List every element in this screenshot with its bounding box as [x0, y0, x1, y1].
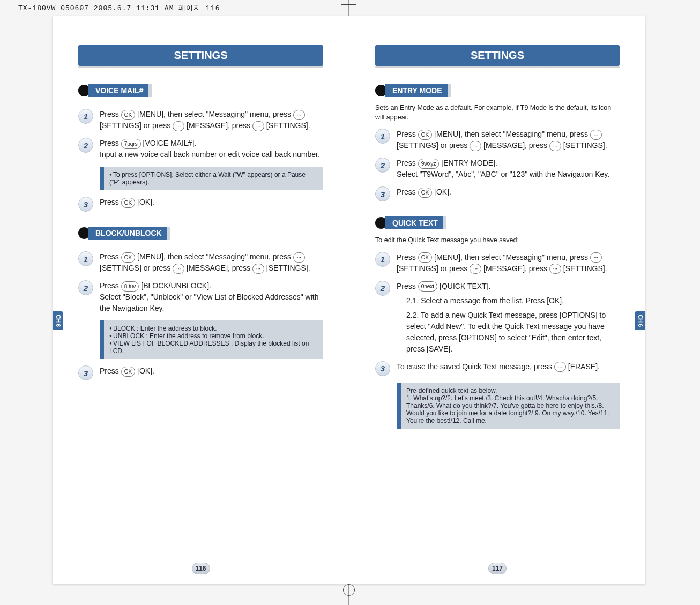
print-header: TX-180VW_050607 2005.6.7 11:31 AM 페이지 11… [18, 3, 220, 13]
note-text: To press [OPTIONS]. Select either a Wait… [109, 171, 318, 186]
qt-step-3: 3 To erase the saved Quick Text message,… [375, 361, 620, 376]
step-number-icon: 3 [78, 365, 93, 380]
soft-key-icon: ··· [549, 141, 561, 151]
section-voice-mail: VOICE MAIL# [78, 84, 150, 97]
step-text: Press OK [MENU], then select "Messaging"… [100, 109, 323, 131]
bu-step-2: 2 Press 8 tuv [BLOCK/UNBLOCK]. Select "B… [78, 280, 323, 314]
step-number-icon: 3 [78, 197, 93, 212]
ok-key-icon: OK [121, 252, 135, 263]
registration-circle-icon [343, 584, 355, 596]
crop-mark-top [349, 0, 349, 16]
book-spread: CH 6 SETTINGS VOICE MAIL# 1 Press OK [ME… [53, 16, 645, 584]
bu-step-1: 1 Press OK [MENU], then select "Messagin… [78, 251, 323, 274]
soft-key-icon: ··· [173, 264, 184, 274]
step-text: Press OK [MENU], then select "Messaging"… [397, 252, 620, 274]
soft-key-icon: ··· [470, 141, 481, 151]
digit-key-icon: 0next [418, 281, 437, 292]
section-block-unblock: BLOCK/UNBLOCK [78, 227, 168, 240]
note-title: Pre-defined quick text as below. [406, 387, 614, 394]
entry-mode-intro: Sets an Entry Mode as a default. For exa… [375, 103, 620, 122]
step-text: Press OK [OK]. [397, 186, 620, 201]
em-step-2: 2 Press 9wxyz [ENTRY MODE]. Select "T9Wo… [375, 158, 620, 180]
em-step-1: 1 Press OK [MENU], then select "Messagin… [375, 129, 620, 151]
chapter-label: CH [637, 315, 644, 322]
section-quick-text: QUICK TEXT [375, 216, 444, 229]
section-title: VOICE MAIL# [88, 84, 150, 97]
soft-key-icon: ··· [293, 252, 305, 263]
soft-key-icon: ··· [590, 130, 602, 140]
note-item: UNBLOCK : Enter the address to remove fr… [109, 332, 318, 340]
section-title: ENTRY MODE [385, 84, 449, 97]
vm-step-1: 1 Press OK [MENU], then select "Messagin… [78, 109, 323, 131]
ok-key-icon: OK [418, 130, 432, 140]
vm-note: To press [OPTIONS]. Select either a Wait… [100, 167, 323, 190]
bu-note: BLOCK : Enter the address to block. UNBL… [100, 320, 323, 359]
step-text: Press OK [OK]. [100, 197, 323, 212]
step-number-icon: 2 [78, 280, 93, 295]
ok-key-icon: OK [418, 252, 432, 263]
vm-step-2: 2 Press 7pqrs [VOICE MAIL#]. Input a new… [78, 138, 323, 160]
ok-key-icon: OK [121, 367, 135, 377]
step-text: Press OK [OK]. [100, 365, 323, 380]
page-number-right: 117 [488, 563, 507, 574]
note-item: BLOCK : Enter the address to block. [109, 325, 318, 332]
chapter-tab-left: CH 6 [53, 311, 63, 330]
soft-key-icon: ··· [293, 110, 305, 120]
qt-substep-22: 2.2. To add a new Quick Text message, pr… [406, 310, 620, 355]
chapter-label: CH [55, 315, 62, 322]
soft-key-icon: ··· [590, 252, 602, 263]
step-text: Press 8 tuv [BLOCK/UNBLOCK]. Select "Blo… [100, 280, 323, 314]
chapter-tab-right: CH 6 [635, 311, 645, 330]
qt-note: Pre-defined quick text as below. 1. What… [397, 383, 620, 429]
note-item: VIEW LIST OF BLOCKED ADDRESSES : Display… [109, 340, 318, 355]
soft-key-icon: ··· [554, 362, 566, 372]
soft-key-icon: ··· [252, 121, 264, 131]
quick-text-intro: To edit the Quick Text message you have … [375, 236, 620, 245]
digit-key-icon: 8 tuv [121, 281, 139, 292]
section-title: BLOCK/UNBLOCK [88, 227, 168, 240]
step-number-icon: 2 [375, 281, 390, 296]
soft-key-icon: ··· [252, 264, 264, 274]
section-entry-mode: ENTRY MODE [375, 84, 449, 97]
step-text: Press 7pqrs [VOICE MAIL#]. Input a new v… [100, 138, 323, 160]
page-header-left: SETTINGS [78, 45, 323, 66]
ok-key-icon: OK [121, 110, 135, 120]
digit-key-icon: 9wxyz [418, 159, 440, 169]
page-number-left: 116 [192, 563, 210, 574]
chapter-number: 6 [637, 324, 644, 327]
qt-step-1: 1 Press OK [MENU], then select "Messagin… [375, 252, 620, 274]
step-number-icon: 2 [78, 138, 93, 153]
qt-substep-21: 2.1. Select a message from the list. Pre… [406, 295, 620, 307]
soft-key-icon: ··· [173, 121, 184, 131]
page-right: CH 6 SETTINGS ENTRY MODE Sets an Entry M… [349, 16, 645, 584]
step-number-icon: 3 [375, 361, 390, 376]
step-text: Press OK [MENU], then select "Messaging"… [397, 129, 620, 151]
step-number-icon: 1 [78, 109, 93, 124]
vm-step-3: 3 Press OK [OK]. [78, 197, 323, 212]
chapter-number: 6 [55, 324, 62, 327]
em-step-3: 3 Press OK [OK]. [375, 186, 620, 201]
page-header-right: SETTINGS [375, 45, 620, 66]
step-text: Press OK [MENU], then select "Messaging"… [100, 251, 323, 274]
step-number-icon: 1 [375, 252, 390, 267]
page-left: CH 6 SETTINGS VOICE MAIL# 1 Press OK [ME… [53, 16, 349, 584]
ok-key-icon: OK [418, 188, 432, 198]
step-number-icon: 1 [375, 129, 390, 144]
ok-key-icon: OK [121, 198, 135, 208]
step-text: To erase the saved Quick Text message, p… [397, 361, 620, 376]
step-text: Press 9wxyz [ENTRY MODE]. Select "T9Word… [397, 158, 620, 180]
section-title: QUICK TEXT [385, 216, 444, 229]
step-number-icon: 3 [375, 186, 390, 201]
soft-key-icon: ··· [470, 264, 481, 274]
digit-key-icon: 7pqrs [121, 139, 141, 149]
qt-step-2: 2 Press 0next [QUICK TEXT]. 2.1. Select … [375, 281, 620, 355]
step-number-icon: 1 [78, 251, 93, 266]
step-text: Press 0next [QUICK TEXT]. 2.1. Select a … [397, 281, 620, 355]
step-number-icon: 2 [375, 158, 390, 173]
note-body: 1. What's up?/2. Let's meet./3. Check th… [406, 394, 614, 424]
soft-key-icon: ··· [549, 264, 561, 274]
bu-step-3: 3 Press OK [OK]. [78, 365, 323, 380]
